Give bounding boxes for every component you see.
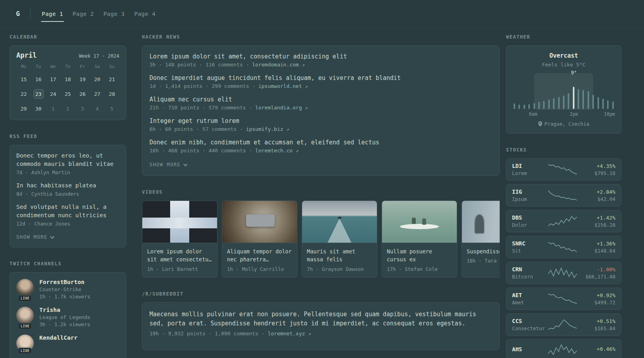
video-title[interactable]: Nullam posuere cursus ex (387, 247, 452, 264)
twitch-channel[interactable]: LIVE Trisha League of Legends 3h · 1.2k … (16, 307, 119, 327)
weekday-label: Sa (95, 64, 100, 69)
stock-change: -1.00% (580, 267, 615, 272)
rss-item[interactable]: Sed volutpat nulla nisl, a condimentum n… (16, 203, 119, 227)
channel-name[interactable]: ForrestBurton (39, 279, 90, 285)
weather-feels-like: Feels like 5°C (513, 62, 615, 68)
channel-name[interactable]: Trisha (39, 307, 90, 313)
hn-item-domain-link[interactable]: loremtech.co ↗ (255, 148, 299, 154)
calendar-day: 18 (63, 74, 73, 84)
weekday-label: Th (65, 64, 70, 69)
video-thumbnail[interactable] (382, 201, 457, 243)
stock-row[interactable]: CCS Consectetur +0.51% $165.84 (506, 313, 621, 336)
stock-row[interactable]: DBS Dolor +1.42% $156.28 (506, 210, 621, 232)
calendar-day-next-month: 1 (48, 104, 58, 113)
show-more-button[interactable]: SHOW MORE (149, 161, 188, 168)
weekday-label: We (50, 64, 56, 69)
top-navigation: G Page 1 Page 2 Page 3 Page 4 (0, 0, 644, 28)
hn-item-title[interactable]: Integer eget rutrum lorem (149, 117, 492, 125)
hn-item[interactable]: Lorem ipsum dolor sit amet, consectetur … (149, 53, 492, 68)
stock-row[interactable]: LDI Lorem +4.35% $795.18 (506, 158, 621, 181)
subreddit-header: /R/SUBREDDIT (142, 291, 500, 297)
reddit-post[interactable]: Maecenas mollis pulvinar erat non posuer… (149, 310, 492, 337)
hacker-news-header: HACKER NEWS (142, 34, 500, 40)
external-link-icon: ↗ (305, 84, 308, 89)
calendar-grid: Mo Tu We Th Fr Sa Su 15 16 17 18 19 20 2… (16, 64, 119, 113)
video-card[interactable]: Mauris sit amet massa felis 7h · Grayson… (302, 200, 377, 278)
video-thumbnail[interactable] (462, 201, 500, 243)
avatar (16, 307, 34, 324)
stock-row[interactable]: CRN Bitcorn -1.00% $66,171.48 (506, 262, 621, 284)
video-card[interactable]: Suspendisse diam 18h · Tara (462, 200, 500, 278)
videos-widget: VIDEOS Lorem ipsum dolor sit amet consec… (142, 189, 500, 278)
chevron-down-icon (50, 236, 54, 239)
stock-row[interactable]: IIG Ipsum +2.84% $42.04 (506, 184, 621, 206)
calendar-day: 17 (48, 74, 58, 84)
calendar-day-next-month: 5 (107, 104, 117, 113)
channel-name[interactable]: KendallCarr (39, 335, 78, 341)
video-meta: 1h · Molly Carrillo (227, 266, 292, 272)
show-more-button[interactable]: SHOW MORE (16, 233, 54, 241)
hn-item-title[interactable]: Lorem ipsum dolor sit amet, consectetur … (149, 53, 492, 60)
stock-row[interactable]: AET Amet +0.92% $499.72 (506, 288, 621, 310)
reddit-post-domain[interactable]: loremnet.xyz (268, 331, 305, 337)
hn-item[interactable]: Donec imperdiet augue tincidunt felis al… (149, 74, 492, 89)
hn-item-domain-link[interactable]: ipsumworld.net ↗ (258, 83, 308, 89)
rss-item[interactable]: Donec tempor eros leo, ut commodo mauris… (16, 152, 119, 175)
video-card[interactable]: Nullam posuere cursus ex 17h · Stefan Co… (382, 200, 457, 278)
rss-item[interactable]: In hac habitasse platea 8d · Cynthia Sau… (16, 181, 119, 197)
stock-sparkline (548, 293, 577, 305)
rss-card: Donec tempor eros leo, ut commodo mauris… (10, 145, 126, 247)
stock-name: Amet (512, 300, 545, 305)
hn-item[interactable]: Donec enim nibh, condimentum et accumsan… (149, 139, 492, 154)
hn-item-title[interactable]: Donec enim nibh, condimentum et accumsan… (149, 139, 492, 146)
rss-item-meta: 12d · Chance Jones (16, 221, 119, 227)
hn-item-domain[interactable]: loremdomain.com (252, 62, 299, 68)
calendar-day: 16 (33, 74, 44, 84)
video-title[interactable]: Suspendisse diam (467, 247, 500, 255)
video-card[interactable]: Lorem ipsum dolor sit amet consectetu… 1… (142, 200, 217, 278)
hn-item-domain[interactable]: ipsumify.biz (246, 126, 283, 132)
video-card[interactable]: Aliquam tempor dolor nec pharetra… 1h · … (222, 200, 297, 278)
hn-item[interactable]: Aliquam nec cursus elit 21h · 710 points… (149, 96, 492, 111)
rss-item-title[interactable]: Donec tempor eros leo, ut commodo mauris… (16, 152, 119, 168)
hn-item-domain-link[interactable]: ipsumify.biz ↗ (246, 126, 289, 132)
hn-item-domain[interactable]: loremlandia.org (255, 105, 302, 111)
video-title[interactable]: Mauris sit amet massa felis (307, 247, 372, 264)
time-axis: 6am 2pm 10pm (513, 111, 615, 117)
video-meta: 17h · Stefan Cole (387, 266, 452, 272)
twitch-channel[interactable]: LIVE KendallCarr (16, 335, 119, 352)
video-thumbnail[interactable] (142, 201, 217, 243)
tab-page-2[interactable]: Page 2 (68, 1, 99, 27)
twitch-header: TWITCH CHANNELS (10, 261, 126, 267)
stock-sparkline (548, 241, 577, 253)
hn-item-domain-link[interactable]: loremlandia.org ↗ (255, 105, 308, 111)
reddit-post-title[interactable]: Maecenas mollis pulvinar erat non posuer… (149, 310, 492, 329)
calendar-header: CALENDAR (10, 34, 126, 40)
twitch-channel[interactable]: LIVE ForrestBurton Counter-Strike 1h · 1… (16, 279, 119, 300)
tab-page-1[interactable]: Page 1 (37, 1, 68, 27)
channel-meta: 1h · 1.7k viewers (39, 294, 90, 300)
hn-item-title[interactable]: Aliquam nec cursus elit (149, 96, 492, 103)
video-title[interactable]: Aliquam tempor dolor nec pharetra… (227, 247, 292, 264)
reddit-post-domain-link[interactable]: loremnet.xyz ↗ (268, 331, 311, 337)
hn-item-meta: 1d · 1,414 points · 299 comments · (149, 83, 255, 89)
stock-row[interactable]: SNRC Sit +1.36% $148.64 (506, 236, 621, 258)
rss-item-title[interactable]: In hac habitasse platea (16, 181, 119, 190)
video-thumbnail[interactable] (302, 201, 377, 243)
stock-row[interactable]: AHS +0.46% (506, 339, 621, 358)
tab-page-4[interactable]: Page 4 (130, 1, 161, 27)
video-thumbnail[interactable] (222, 201, 297, 243)
hn-item-domain[interactable]: ipsumworld.net (258, 83, 302, 89)
hn-item-domain-link[interactable]: loremdomain.com ↗ (252, 62, 305, 68)
stock-name: Ipsum (512, 196, 545, 202)
hn-item-domain[interactable]: loremtech.co (255, 148, 293, 154)
stock-symbol: AHS (512, 346, 545, 352)
hn-item[interactable]: Integer eget rutrum lorem 6h · 60 points… (149, 117, 492, 132)
tab-page-3[interactable]: Page 3 (99, 1, 130, 27)
hn-item-title[interactable]: Donec imperdiet augue tincidunt felis al… (149, 74, 492, 82)
stock-change: +1.42% (580, 215, 615, 221)
video-title[interactable]: Lorem ipsum dolor sit amet consectetu… (147, 247, 212, 264)
rss-item-title[interactable]: Sed volutpat nulla nisl, a condimentum n… (16, 203, 119, 220)
stock-sparkline (548, 319, 577, 331)
stock-price: $66,171.48 (580, 274, 615, 280)
